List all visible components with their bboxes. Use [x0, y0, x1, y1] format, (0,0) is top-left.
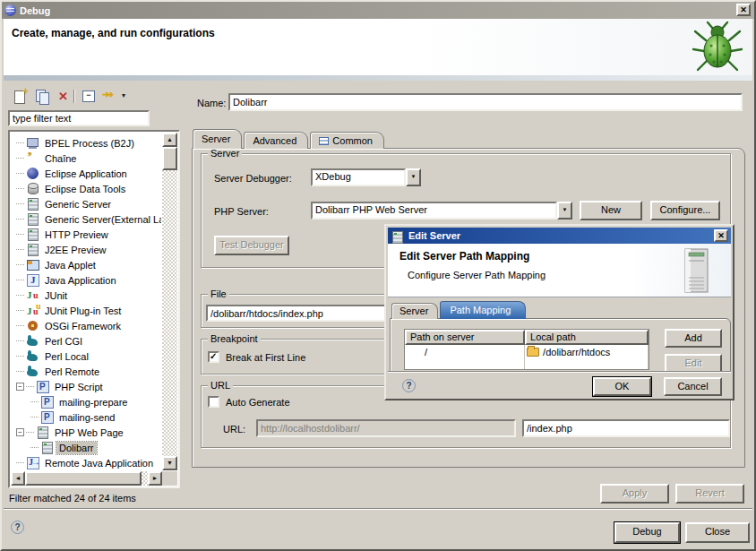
dialog-title: Edit Server	[408, 230, 460, 241]
tree-item-label: JUnit Plug-in Test	[42, 305, 124, 317]
tree-item-http-preview[interactable]: HTTP Preview	[11, 227, 161, 242]
tree-item-bpel-process-b2j[interactable]: BPEL Process (B2J)	[11, 135, 161, 151]
edit-mapping-button[interactable]: Edit	[665, 354, 722, 373]
tree-item-php-web-page[interactable]: −PHP Web Page	[11, 425, 161, 440]
delete-configuration-icon[interactable]	[56, 89, 72, 104]
osgi-icon	[26, 319, 39, 332]
dialog-footer: ? OK Cancel	[388, 371, 731, 397]
path-mapping-table: Path on serverLocal path //dolibarr/htdo…	[404, 329, 649, 370]
tree-item-junit-plug-in-test[interactable]: JUnit Plug-in Test	[11, 303, 161, 318]
tree-collapse-icon[interactable]: −	[16, 383, 24, 391]
tree-scroll-right-icon[interactable]: ►	[148, 471, 162, 486]
close-button[interactable]: Close	[685, 522, 750, 543]
type-filter-input[interactable]	[8, 110, 150, 126]
tree-connector	[16, 203, 24, 204]
dialog-tab-server[interactable]: Server	[391, 303, 438, 319]
column-header-local-path[interactable]: Local path	[525, 330, 649, 345]
tab-server[interactable]: Server	[193, 129, 242, 149]
tree-vscrollbar[interactable]	[162, 133, 177, 470]
server-icon	[26, 197, 39, 211]
tree-item-java-applet[interactable]: Java Applet	[11, 257, 161, 272]
tree-connector	[16, 371, 24, 372]
tree-item-label: mailing-prepare	[56, 396, 130, 409]
apply-button[interactable]: Apply	[600, 484, 669, 504]
tree-scroll-down-icon[interactable]: ▼	[162, 456, 177, 470]
dialog-header: Edit Server Path Mapping Configure Serve…	[388, 244, 731, 297]
tree-connector	[16, 280, 24, 280]
tree-vscroll-thumb[interactable]	[162, 147, 177, 170]
mapping-row[interactable]: //dolibarr/htdocs	[405, 345, 649, 360]
window-close-button[interactable]: ✕	[736, 4, 751, 16]
perl-icon	[26, 349, 39, 363]
add-mapping-button[interactable]: Add	[665, 329, 722, 348]
server-icon	[26, 228, 39, 241]
dialog-close-button[interactable]: ✕	[714, 229, 728, 242]
tree-item-osgi-framework[interactable]: OSGi Framework	[11, 318, 161, 333]
server-icon	[391, 230, 402, 242]
eclipse-app-icon	[4, 4, 16, 16]
tree-connector	[30, 401, 39, 402]
tree-item-label: OSGi Framework	[42, 320, 124, 332]
tree-connector	[16, 325, 24, 326]
dialog-help-icon[interactable]: ?	[402, 379, 416, 392]
tree-item-label: JUnit	[42, 289, 70, 302]
tree-item-generic-server[interactable]: Generic Server	[11, 196, 161, 211]
tree-connector	[26, 432, 34, 433]
tree-scroll-up-icon[interactable]: ▲	[162, 133, 177, 147]
dialog-tab-path-mapping[interactable]: Path Mapping	[440, 301, 526, 319]
tab-common[interactable]: Common	[310, 132, 384, 149]
debug-button[interactable]: Debug	[614, 522, 680, 543]
rjava-icon	[26, 456, 39, 469]
tree-connector	[16, 356, 24, 357]
page-title: Create, manage, and run configurations	[12, 27, 215, 39]
tree-item-perl-cgi[interactable]: Perl CGI	[11, 333, 161, 349]
configuration-name-input[interactable]	[228, 93, 743, 111]
help-icon[interactable]: ?	[11, 521, 24, 534]
tree-connector	[16, 295, 24, 296]
tree-connector	[16, 173, 24, 174]
tree-scroll-left-icon[interactable]: ◄	[11, 471, 25, 486]
tree-item-label: mailing-send	[56, 411, 117, 424]
php-icon	[40, 395, 54, 409]
tree-item-dolibarr[interactable]: Dolibarr	[11, 440, 161, 455]
tree-item-cha-ne[interactable]: Chaîne	[11, 151, 161, 166]
tree-item-mailing-send[interactable]: mailing-send	[11, 409, 161, 425]
tree-item-php-script[interactable]: −PHP Script	[11, 379, 161, 394]
ok-button[interactable]: OK	[593, 377, 651, 396]
tree-connector	[26, 386, 34, 387]
tree-item-junit[interactable]: JUnit	[11, 288, 161, 303]
tree-collapse-icon[interactable]: −	[16, 428, 24, 436]
tree-item-java-application[interactable]: Java Application	[11, 272, 161, 288]
tree-item-remote-java-application[interactable]: Remote Java Application	[11, 455, 161, 470]
tree-item-mailing-prepare[interactable]: mailing-prepare	[11, 394, 161, 409]
tree-connector	[16, 462, 24, 463]
tree-connector	[16, 142, 24, 143]
window-title: Debug	[20, 5, 50, 16]
filter-configurations-icon[interactable]	[102, 89, 118, 104]
tree-item-label: PHP Web Page	[52, 426, 126, 439]
tree-item-perl-remote[interactable]: Perl Remote	[11, 364, 161, 379]
tree-item-label: Perl CGI	[42, 335, 85, 348]
debug-bug-icon	[692, 21, 743, 74]
tree-item-j2ee-preview[interactable]: J2EE Preview	[11, 242, 161, 257]
scrollbar-corner	[162, 471, 177, 486]
column-header-path-on-server[interactable]: Path on server	[405, 330, 525, 345]
tree-item-label: J2EE Preview	[42, 244, 108, 256]
revert-button[interactable]: Revert	[675, 484, 744, 504]
tree-item-eclipse-application[interactable]: Eclipse Application	[11, 166, 161, 181]
tree-item-eclipse-data-tools[interactable]: Eclipse Data Tools	[11, 181, 161, 196]
dialog-heading: Edit Server Path Mapping	[399, 250, 529, 263]
eclipse-icon	[26, 167, 39, 180]
tree-connector	[16, 310, 24, 311]
cancel-button[interactable]: Cancel	[664, 377, 722, 396]
duplicate-configuration-icon[interactable]	[34, 89, 50, 104]
tree-item-perl-local[interactable]: Perl Local	[11, 349, 161, 364]
tree-item-generic-server-external-la[interactable]: Generic Server(External La	[11, 211, 161, 227]
tab-advanced[interactable]: Advanced	[244, 132, 308, 149]
new-configuration-icon[interactable]	[13, 89, 29, 104]
collapse-all-icon[interactable]	[81, 89, 97, 104]
config-tabs: ServerAdvancedCommon	[193, 128, 386, 149]
php-icon	[40, 410, 54, 424]
dialog-subheading: Configure Server Path Mapping	[408, 270, 546, 280]
tree-hscroll-thumb[interactable]	[25, 471, 142, 486]
